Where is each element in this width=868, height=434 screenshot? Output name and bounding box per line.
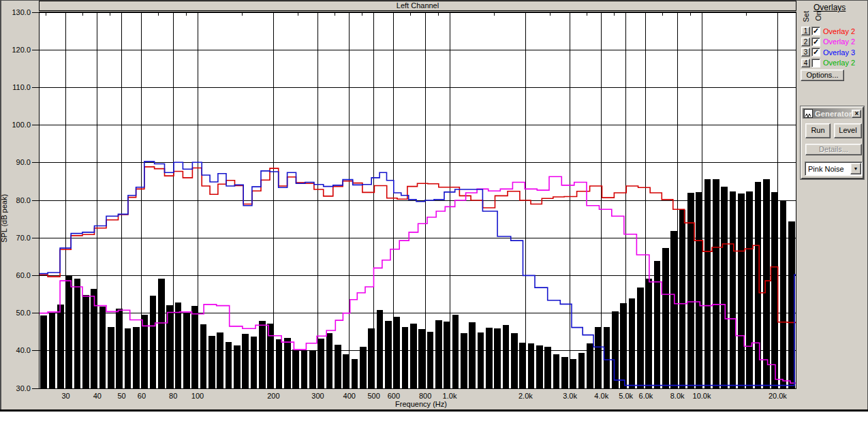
overlay-row: 1✓Overlay 2 bbox=[801, 27, 868, 35]
overlays-set-column-header: Set bbox=[802, 11, 810, 22]
overlay-set-button-4[interactable]: 4 bbox=[801, 59, 810, 67]
y-tick-label: 50.0 bbox=[3, 309, 31, 317]
rta-bar bbox=[452, 315, 459, 388]
overlays-on-column-header: On bbox=[814, 11, 822, 21]
rta-bar bbox=[276, 339, 283, 388]
rta-bar bbox=[352, 359, 358, 388]
rta-bar bbox=[528, 343, 535, 388]
x-axis-label: Frequency (Hz) bbox=[395, 400, 447, 408]
overlay-on-checkbox-1[interactable]: ✓ bbox=[811, 27, 820, 35]
signal-select[interactable]: Pink Noise ▼ bbox=[805, 161, 863, 176]
rta-bar bbox=[461, 333, 467, 388]
rta-bar bbox=[788, 221, 795, 388]
rta-bar bbox=[687, 193, 694, 388]
rta-bar bbox=[393, 317, 400, 388]
rta-bar bbox=[335, 345, 341, 388]
x-tick-label: 200 bbox=[267, 392, 279, 400]
rta-bar bbox=[183, 313, 190, 388]
rta-bar bbox=[721, 187, 728, 388]
chevron-down-icon[interactable]: ▼ bbox=[850, 163, 861, 174]
rta-bar bbox=[612, 311, 619, 388]
rta-bar bbox=[679, 210, 686, 388]
rta-bar bbox=[435, 320, 442, 388]
x-tick-label: 1.0k bbox=[443, 392, 457, 400]
x-tick-label: 500 bbox=[367, 392, 379, 400]
x-tick-label: 20.0k bbox=[769, 392, 787, 400]
rta-bar bbox=[629, 298, 636, 388]
x-tick-label: 3.0k bbox=[563, 392, 577, 400]
run-button[interactable]: Run bbox=[805, 123, 831, 138]
y-tick-label: 40.0 bbox=[3, 346, 31, 354]
options-button[interactable]: Options... bbox=[801, 69, 844, 81]
x-tick-label: 2.0k bbox=[518, 392, 533, 400]
rta-bar bbox=[578, 353, 585, 388]
overlay-label: Overlay 2 bbox=[823, 59, 855, 67]
y-tick-label: 30.0 bbox=[3, 384, 31, 392]
rta-bar bbox=[755, 182, 762, 388]
x-tick-label: 800 bbox=[419, 392, 431, 400]
y-tick-label: 90.0 bbox=[3, 158, 31, 166]
rta-bar bbox=[368, 328, 375, 388]
rta-bar bbox=[343, 354, 350, 388]
rta-bar bbox=[402, 327, 409, 388]
x-tick-label: 5.0k bbox=[619, 392, 633, 400]
rta-bar bbox=[40, 315, 47, 388]
x-tick-label: 10.0k bbox=[693, 392, 711, 400]
overlay-row: 4Overlay 2 bbox=[801, 59, 868, 67]
overlay-on-checkbox-4[interactable] bbox=[811, 59, 820, 67]
overlays-rows: 1✓Overlay 22✓Overlay 23✓Overlay 34Overla… bbox=[801, 27, 868, 69]
x-tick-label: 50 bbox=[117, 392, 125, 400]
rta-bar bbox=[259, 321, 266, 388]
overlay-set-button-1[interactable]: 1 bbox=[801, 27, 810, 35]
rta-bar bbox=[175, 303, 182, 388]
rta-bar bbox=[208, 336, 215, 388]
spectrum-plot bbox=[0, 0, 868, 409]
rta-bar bbox=[730, 191, 737, 388]
rta-bar bbox=[65, 275, 72, 388]
rta-bar bbox=[377, 310, 384, 388]
rta-bar bbox=[662, 248, 669, 388]
rta-bar bbox=[670, 231, 677, 388]
y-tick-label: 120.0 bbox=[3, 46, 31, 54]
overlay-label: Overlay 3 bbox=[823, 48, 855, 57]
level-button[interactable]: Level bbox=[834, 123, 862, 138]
overlay-on-checkbox-3[interactable]: ✓ bbox=[811, 48, 820, 57]
overlay-set-button-3[interactable]: 3 bbox=[801, 48, 810, 57]
rta-bar bbox=[780, 201, 787, 388]
generator-titlebar[interactable]: Generator × bbox=[803, 108, 862, 119]
y-tick-label: 100.0 bbox=[3, 121, 31, 129]
overlay-label: Overlay 2 bbox=[823, 37, 855, 46]
rta-bar bbox=[654, 261, 661, 388]
rta-bar bbox=[486, 328, 493, 388]
rta-bar bbox=[57, 305, 64, 388]
rta-bar bbox=[704, 179, 711, 388]
rta-bar bbox=[284, 338, 291, 388]
overlay-on-checkbox-2[interactable]: ✓ bbox=[811, 37, 820, 46]
chart-title: Left Channel bbox=[397, 1, 439, 10]
rta-bar bbox=[771, 192, 778, 388]
rta-bar bbox=[125, 328, 131, 388]
rta-bar bbox=[544, 347, 551, 388]
x-tick-label: 30 bbox=[61, 392, 69, 400]
overlay-row: 3✓Overlay 3 bbox=[801, 48, 868, 57]
rta-bar bbox=[637, 288, 644, 388]
y-tick-label: 110.0 bbox=[3, 83, 31, 91]
rta-bar bbox=[150, 296, 157, 388]
rta-bar bbox=[385, 321, 392, 388]
rta-bar bbox=[713, 179, 719, 388]
rta-bar bbox=[242, 334, 249, 388]
rta-bar bbox=[49, 313, 56, 389]
close-icon[interactable]: × bbox=[852, 110, 861, 118]
rta-bar bbox=[301, 350, 308, 388]
rta-bar bbox=[570, 359, 576, 388]
rta-bar bbox=[74, 279, 81, 388]
rta-bar bbox=[99, 307, 106, 388]
x-tick-label: 6.0k bbox=[639, 392, 653, 400]
y-tick-label: 60.0 bbox=[3, 271, 31, 279]
rta-bar bbox=[133, 327, 140, 389]
x-tick-label: 8.0k bbox=[670, 392, 685, 400]
x-tick-label: 400 bbox=[343, 392, 356, 400]
overlay-set-button-2[interactable]: 2 bbox=[801, 37, 810, 46]
rta-bar bbox=[360, 347, 367, 388]
rta-bar bbox=[108, 327, 114, 389]
